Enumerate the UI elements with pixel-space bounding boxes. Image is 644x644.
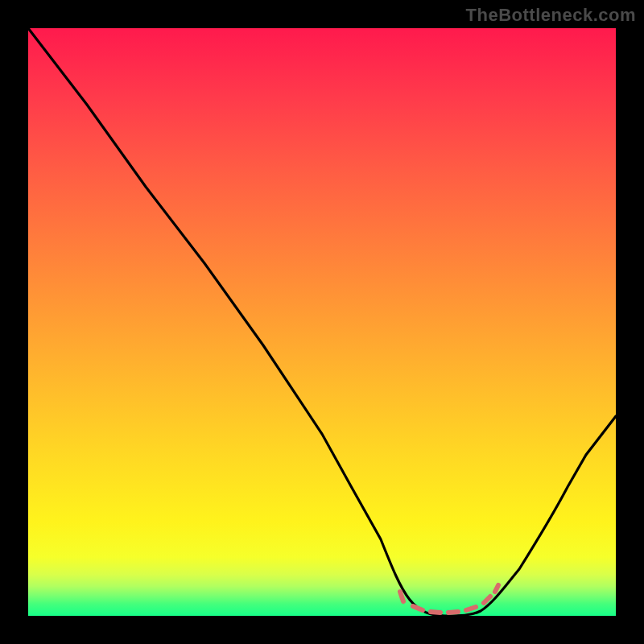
svg-line-6 xyxy=(495,585,498,592)
svg-line-3 xyxy=(448,612,458,613)
plot-area xyxy=(28,28,616,616)
svg-line-1 xyxy=(413,606,423,610)
attribution-watermark: TheBottleneck.com xyxy=(466,5,636,26)
chart-container: TheBottleneck.com xyxy=(0,0,644,644)
curve-layer xyxy=(28,28,616,616)
svg-line-2 xyxy=(431,612,440,613)
svg-line-4 xyxy=(466,607,476,610)
bottleneck-curve xyxy=(28,28,616,616)
svg-line-0 xyxy=(400,592,403,601)
svg-line-5 xyxy=(484,597,490,603)
